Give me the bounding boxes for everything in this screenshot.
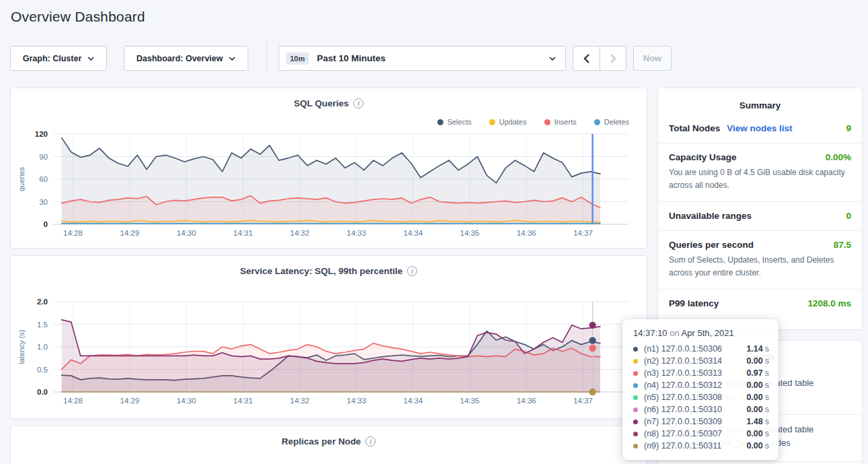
x-tick-label: 14:30 xyxy=(177,229,196,237)
y-tick-label: 0 xyxy=(44,220,48,228)
graph-dropdown[interactable]: Graph: Cluster xyxy=(10,46,107,71)
tooltip-node-label: (n6) 127.0.0.1:50310 xyxy=(644,405,741,414)
node-color-dot-icon xyxy=(633,347,638,352)
toolbar-divider xyxy=(266,43,267,73)
legend-item-inserts[interactable]: Inserts xyxy=(544,118,577,126)
next-range-button-disabled[interactable] xyxy=(600,46,626,70)
info-icon[interactable]: i xyxy=(365,436,375,446)
x-tick-label: 14:33 xyxy=(347,229,366,237)
chevron-down-icon xyxy=(87,57,94,61)
legend-item-updates[interactable]: Updates xyxy=(489,118,527,126)
summary-item-row: Total NodesView nodes list9 xyxy=(669,123,851,133)
hover-point-marker xyxy=(589,389,595,395)
tooltip-node-value: 0.00 xyxy=(746,405,762,414)
service-latency-chart[interactable]: 14:2814:2914:3014:3114:3214:3314:3414:35… xyxy=(16,295,642,411)
x-tick-label: 14:37 xyxy=(573,229,593,237)
tooltip-node-value: 0.00 xyxy=(746,429,762,438)
chart-tooltip: 14:37:10 on Apr 5th, 2021 (n1) 127.0.0.1… xyxy=(622,319,779,460)
view-nodes-link[interactable]: View nodes list xyxy=(727,123,792,133)
tooltip-node-unit: s xyxy=(765,417,769,426)
chevron-left-icon xyxy=(583,54,589,63)
time-range-badge: 10m xyxy=(286,53,309,65)
overview-dashboard-page: Overview Dashboard Graph: Cluster Dashbo… xyxy=(0,0,868,464)
info-icon[interactable]: i xyxy=(407,266,417,276)
node-color-dot-icon xyxy=(633,444,638,449)
time-range-dropdown[interactable]: 10m Past 10 Minutes xyxy=(279,46,566,71)
tooltip-node-row: (n9) 127.0.0.1:503110.00s xyxy=(633,440,769,452)
dashboard-dropdown[interactable]: Dashboard: Overview xyxy=(124,46,248,71)
tooltip-node-label: (n1) 127.0.0.1:50306 xyxy=(644,344,741,354)
tooltip-node-unit: s xyxy=(765,405,769,414)
summary-item-label: Capacity Usage xyxy=(669,152,737,162)
tooltip-node-unit: s xyxy=(765,344,769,354)
y-tick-label: 60 xyxy=(39,175,48,183)
summary-item: Total NodesView nodes list9 xyxy=(658,114,862,143)
y-tick-label: 120 xyxy=(35,130,48,138)
summary-item-row: P99 latency1208.0 ms xyxy=(669,298,851,308)
dashboard-dropdown-label: Dashboard: Overview xyxy=(137,54,223,63)
x-tick-label: 14:29 xyxy=(120,397,139,405)
prev-range-button[interactable] xyxy=(573,46,600,70)
tooltip-node-value: 1.14 xyxy=(746,344,762,354)
y-tick-label: 30 xyxy=(39,198,48,206)
summary-item-row: Queries per second87.5 xyxy=(669,240,851,250)
tooltip-time: 14:37:10 xyxy=(633,328,667,338)
tooltip-node-value: 1.48 xyxy=(746,417,762,426)
x-tick-label: 14:34 xyxy=(404,397,423,405)
legend-item-deletes[interactable]: Deletes xyxy=(594,118,629,126)
legend-label: Deletes xyxy=(604,118,629,126)
y-axis-label: latency (s) xyxy=(17,330,26,364)
tooltip-node-unit: s xyxy=(765,441,769,451)
tooltip-node-row: (n4) 127.0.0.1:503120.00s xyxy=(633,379,769,391)
x-tick-label: 14:29 xyxy=(120,229,139,237)
tooltip-node-unit: s xyxy=(765,380,769,390)
x-tick-label: 14:28 xyxy=(63,229,83,237)
hover-point-marker xyxy=(589,337,595,343)
x-tick-label: 14:34 xyxy=(404,229,423,237)
chart-title: Service Latency: SQL, 99th percentile xyxy=(240,266,403,276)
summary-items: Total NodesView nodes list9Capacity Usag… xyxy=(658,114,862,318)
x-tick-label: 14:28 xyxy=(63,397,83,405)
tooltip-node-row: (n5) 127.0.0.1:503080.00s xyxy=(633,391,769,403)
summary-item-label: Queries per second xyxy=(669,240,754,250)
tooltip-node-row: (n2) 127.0.0.1:503140.00s xyxy=(633,355,769,367)
replicas-per-node-panel: Replicas per Node i xyxy=(10,426,647,464)
info-icon[interactable]: i xyxy=(353,98,363,108)
chevron-right-icon xyxy=(610,54,616,63)
node-color-dot-icon xyxy=(633,371,638,376)
tooltip-node-value: 0.00 xyxy=(746,393,762,402)
summary-title: Summary xyxy=(658,88,862,114)
y-tick-label: 0.0 xyxy=(37,388,48,396)
service-latency-panel: Service Latency: SQL, 99th percentile i … xyxy=(10,255,647,419)
x-tick-label: 14:32 xyxy=(290,397,310,405)
legend-label: Updates xyxy=(499,118,527,126)
legend-label: Inserts xyxy=(554,118,577,126)
legend-item-selects[interactable]: Selects xyxy=(437,118,472,126)
summary-item-label: P99 latency xyxy=(669,298,719,308)
x-tick-label: 14:33 xyxy=(347,397,366,405)
legend-dot-icon xyxy=(437,119,443,125)
summary-item-value: 0 xyxy=(846,211,851,221)
tooltip-node-value: 0.97 xyxy=(746,368,762,378)
tooltip-node-value: 0.00 xyxy=(746,441,762,451)
now-button-disabled[interactable]: Now xyxy=(633,46,672,71)
page-title: Overview Dashboard xyxy=(11,9,145,25)
chevron-down-icon xyxy=(229,57,236,61)
tooltip-node-label: (n5) 127.0.0.1:50308 xyxy=(644,393,741,402)
x-tick-label: 14:36 xyxy=(517,229,536,237)
chart-title: Replicas per Node xyxy=(282,436,361,446)
summary-item-row: Unavailable ranges0 xyxy=(669,211,851,221)
y-tick-label: 0.5 xyxy=(37,366,48,374)
summary-panel: Summary Total NodesView nodes list9Capac… xyxy=(657,88,863,330)
legend-label: Selects xyxy=(447,118,472,126)
time-range-label: Past 10 Minutes xyxy=(317,53,386,63)
summary-item-value: 1208.0 ms xyxy=(807,298,851,308)
tooltip-node-label: (n7) 127.0.0.1:50309 xyxy=(644,417,741,426)
y-tick-label: 2.0 xyxy=(37,298,48,306)
tooltip-node-label: (n8) 127.0.0.1:50307 xyxy=(644,429,741,438)
tooltip-node-label: (n9) 127.0.0.1:50311 xyxy=(644,441,741,451)
node-color-dot-icon xyxy=(633,395,638,400)
x-tick-label: 14:30 xyxy=(177,397,196,405)
sql-queries-chart[interactable]: 14:2814:2914:3014:3114:3214:3314:3414:35… xyxy=(16,127,642,243)
x-tick-label: 14:32 xyxy=(290,229,310,237)
